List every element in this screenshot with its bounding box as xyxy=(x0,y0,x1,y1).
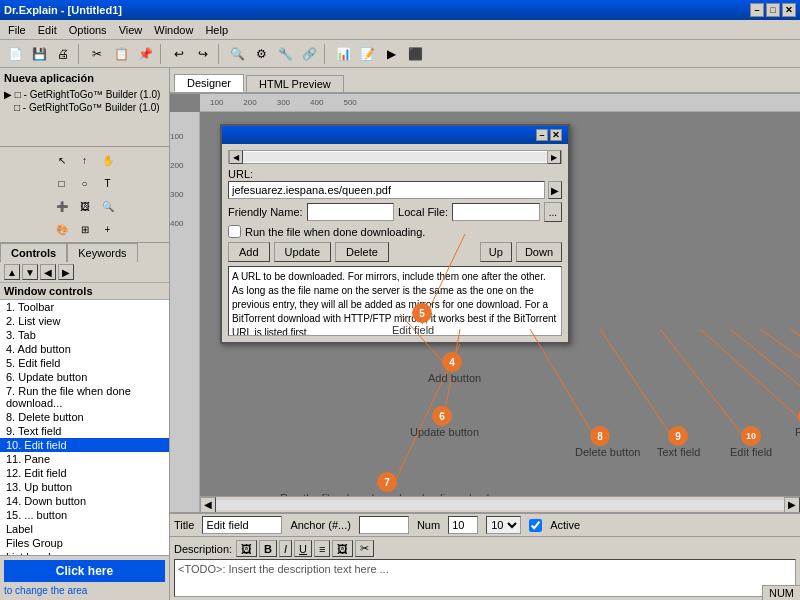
extra-tool[interactable]: + xyxy=(97,218,119,240)
menu-file[interactable]: File xyxy=(2,22,32,38)
menu-edit[interactable]: Edit xyxy=(32,22,63,38)
canvas-scrollbar-h[interactable]: ◀ ▶ xyxy=(200,496,800,512)
scroll-right-btn[interactable]: ▶ xyxy=(547,150,561,164)
undo-btn[interactable]: ↩ xyxy=(168,43,190,65)
add-ann-tool[interactable]: ➕ xyxy=(51,195,73,217)
scroll-h-right[interactable]: ▶ xyxy=(784,497,800,513)
list-scrollbar[interactable]: ◀ ▶ xyxy=(228,150,562,164)
nav-left-btn[interactable]: ◀ xyxy=(40,264,56,280)
nav-right-btn[interactable]: ▶ xyxy=(58,264,74,280)
url-scroll-right[interactable]: ▶ xyxy=(548,181,562,199)
active-checkbox[interactable] xyxy=(529,519,542,532)
dialog-minimize[interactable]: – xyxy=(536,129,548,141)
grid-tool[interactable]: ⊞ xyxy=(74,218,96,240)
browse-btn[interactable]: ... xyxy=(544,202,562,222)
arrow-tool[interactable]: ↖ xyxy=(51,149,73,171)
paste-btn[interactable]: 📌 xyxy=(134,43,156,65)
scroll-h-left[interactable]: ◀ xyxy=(200,497,216,513)
cursor-tool[interactable]: ↑ xyxy=(74,149,96,171)
canvas-area[interactable]: 100200300400500 100 200 300 400 – ✕ xyxy=(170,94,800,512)
scroll-left-btn[interactable]: ◀ xyxy=(229,150,243,164)
print-btn[interactable]: 🖨 xyxy=(52,43,74,65)
desc-bold-btn[interactable]: B xyxy=(259,540,277,557)
tab-designer[interactable]: Designer xyxy=(174,74,244,92)
control-item[interactable]: Files Group xyxy=(0,536,169,550)
desc-underline-btn[interactable]: U xyxy=(294,540,312,557)
desc-cut-btn[interactable]: ✂ xyxy=(355,540,374,557)
zoom-tool[interactable]: 🔍 xyxy=(97,195,119,217)
menu-view[interactable]: View xyxy=(113,22,149,38)
toolbar-sep3 xyxy=(218,44,222,64)
desc-img-btn[interactable]: 🖼 xyxy=(332,540,353,557)
control-item[interactable]: 7. Run the file when done download... xyxy=(0,384,169,410)
tab-html-preview[interactable]: HTML Preview xyxy=(246,75,344,92)
maximize-btn[interactable]: □ xyxy=(766,3,780,17)
redo-btn[interactable]: ↪ xyxy=(192,43,214,65)
control-item[interactable]: 11. Pane xyxy=(0,452,169,466)
desc-content-area[interactable]: <TODO>: Insert the description text here… xyxy=(174,559,796,597)
img-tool[interactable]: 🖼 xyxy=(74,195,96,217)
control-item[interactable]: 14. Down button xyxy=(0,494,169,508)
link-btn[interactable]: 🔗 xyxy=(298,43,320,65)
nav-down-btn[interactable]: ▼ xyxy=(22,264,38,280)
url-input[interactable] xyxy=(228,181,545,199)
new-btn[interactable]: 📄 xyxy=(4,43,26,65)
desc-list-btn[interactable]: ≡ xyxy=(314,540,330,557)
control-item[interactable]: 1. Toolbar xyxy=(0,300,169,314)
save-btn[interactable]: 💾 xyxy=(28,43,50,65)
oval-tool[interactable]: ○ xyxy=(74,172,96,194)
add-button[interactable]: Add xyxy=(228,242,270,262)
stop-btn[interactable]: ⬛ xyxy=(404,43,426,65)
control-item[interactable]: 8. Delete button xyxy=(0,410,169,424)
control-item[interactable]: 6. Update button xyxy=(0,370,169,384)
dialog-close[interactable]: ✕ xyxy=(550,129,562,141)
text-tool[interactable]: T xyxy=(97,172,119,194)
run-file-checkbox[interactable] xyxy=(228,225,241,238)
nav-up-btn[interactable]: ▲ xyxy=(4,264,20,280)
local-file-input[interactable] xyxy=(452,203,539,221)
control-item[interactable]: 12. Edit field xyxy=(0,466,169,480)
desc-italic-btn[interactable]: I xyxy=(279,540,292,557)
anchor-prop-input[interactable] xyxy=(359,516,409,534)
color-tool[interactable]: 🎨 xyxy=(51,218,73,240)
down-button[interactable]: Down xyxy=(516,242,562,262)
hand-tool[interactable]: ✋ xyxy=(97,149,119,171)
close-btn[interactable]: ✕ xyxy=(782,3,796,17)
minimize-btn[interactable]: – xyxy=(750,3,764,17)
chart-btn[interactable]: 📊 xyxy=(332,43,354,65)
settings-btn[interactable]: ⚙ xyxy=(250,43,272,65)
tree-item-2[interactable]: □ - GetRightToGo™ Builder (1.0) xyxy=(12,101,167,114)
control-item[interactable]: Label xyxy=(0,522,169,536)
num-select[interactable]: 10 xyxy=(486,516,521,534)
search-btn[interactable]: 🔍 xyxy=(226,43,248,65)
control-item[interactable]: 2. List view xyxy=(0,314,169,328)
tools-btn[interactable]: 🔧 xyxy=(274,43,296,65)
play-btn[interactable]: ▶ xyxy=(380,43,402,65)
menu-help[interactable]: Help xyxy=(199,22,234,38)
control-item[interactable]: 3. Tab xyxy=(0,328,169,342)
title-prop-input[interactable] xyxy=(202,516,282,534)
desc-preview-btn[interactable]: 🖼 xyxy=(236,540,257,557)
friendly-name-input[interactable] xyxy=(307,203,394,221)
control-item[interactable]: 5. Edit field xyxy=(0,356,169,370)
tab-controls[interactable]: Controls xyxy=(0,243,67,262)
cut-btn[interactable]: ✂ xyxy=(86,43,108,65)
click-here-button[interactable]: Click here xyxy=(4,560,165,582)
note-btn[interactable]: 📝 xyxy=(356,43,378,65)
tab-keywords[interactable]: Keywords xyxy=(67,243,137,262)
control-item[interactable]: 9. Text field xyxy=(0,424,169,438)
up-button[interactable]: Up xyxy=(480,242,512,262)
control-item[interactable]: 10. Edit field xyxy=(0,438,169,452)
rect-tool[interactable]: □ xyxy=(51,172,73,194)
title-bar-buttons[interactable]: – □ ✕ xyxy=(750,3,796,17)
control-item[interactable]: 15. ... button xyxy=(0,508,169,522)
menu-window[interactable]: Window xyxy=(148,22,199,38)
tree-item-1[interactable]: ▶ □ - GetRightToGo™ Builder (1.0) xyxy=(2,88,167,101)
menu-options[interactable]: Options xyxy=(63,22,113,38)
update-button[interactable]: Update xyxy=(274,242,331,262)
control-item[interactable]: 13. Up button xyxy=(0,480,169,494)
num-prop-input[interactable] xyxy=(448,516,478,534)
copy-btn[interactable]: 📋 xyxy=(110,43,132,65)
control-item[interactable]: 4. Add button xyxy=(0,342,169,356)
delete-button[interactable]: Delete xyxy=(335,242,389,262)
